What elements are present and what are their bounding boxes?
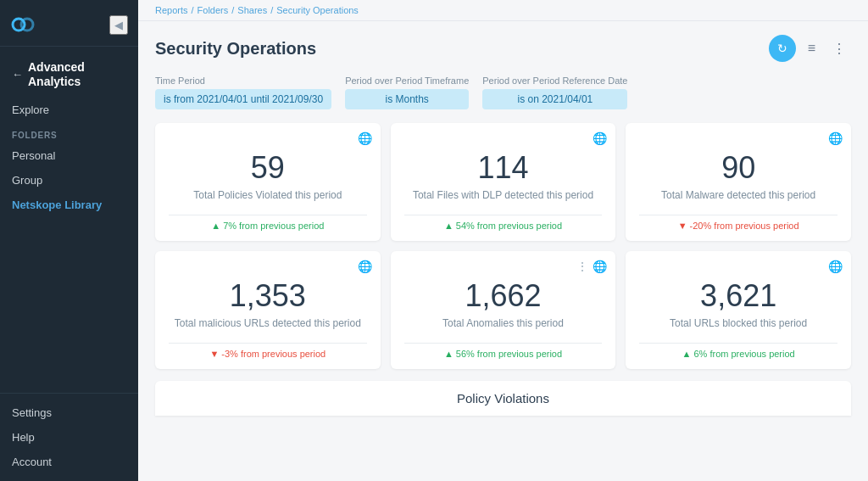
- metric-trend: 54% from previous period: [404, 221, 603, 231]
- personal-nav-item[interactable]: Personal: [0, 143, 138, 168]
- metric-card-5: 🌐 3,621 Total URLs blocked this period 6…: [626, 251, 851, 369]
- settings-label: Settings: [12, 406, 52, 419]
- pop-timeframe-label: Period over Period Timeframe: [345, 76, 469, 86]
- logo-area: [10, 12, 36, 37]
- collapse-button[interactable]: ◀: [109, 15, 128, 35]
- pop-ref-label: Period over Period Reference Date: [482, 76, 627, 86]
- personal-label: Personal: [12, 149, 55, 162]
- metric-trend: 6% from previous period: [639, 349, 837, 359]
- policy-violations-title: Policy Violations: [457, 391, 549, 405]
- breadcrumb-sep2: /: [231, 5, 234, 15]
- more-options-button[interactable]: ⋮: [827, 37, 851, 60]
- time-period-filter: Time Period is from 2021/04/01 until 202…: [155, 76, 331, 109]
- metric-trend: 56% from previous period: [404, 349, 603, 359]
- metric-value: 3,621: [639, 278, 837, 314]
- trend-text: -3% from previous period: [221, 349, 326, 359]
- pop-ref-chip[interactable]: is on 2021/04/01: [482, 89, 627, 109]
- card-divider: [169, 343, 367, 344]
- account-label: Account: [12, 456, 52, 468]
- metric-label: Total Policies Violated this period: [169, 189, 367, 201]
- help-nav-item[interactable]: Help: [0, 425, 138, 450]
- filters-row: Time Period is from 2021/04/01 until 202…: [155, 76, 851, 109]
- settings-nav-item[interactable]: Settings: [0, 400, 138, 425]
- trend-arrow-icon: [209, 349, 219, 359]
- trend-arrow-icon: [678, 221, 687, 231]
- card-globe-icon[interactable]: 🌐: [828, 131, 843, 145]
- pop-timeframe-chip[interactable]: is Months: [345, 89, 469, 109]
- card-divider: [639, 343, 837, 344]
- svg-point-1: [21, 19, 33, 31]
- sidebar: ◀ ← Advanced Analytics Explore FOLDERS P…: [0, 0, 138, 481]
- nav-back-button[interactable]: ← Advanced Analytics: [0, 55, 138, 94]
- metric-label: Total malicious URLs detected this perio…: [169, 317, 367, 329]
- library-nav-item[interactable]: Netskope Library: [0, 193, 138, 217]
- metric-label: Total Files with DLP detected this perio…: [404, 189, 603, 201]
- metric-card-1: 🌐 114 Total Files with DLP detected this…: [391, 123, 616, 241]
- card-divider: [404, 215, 603, 215]
- time-period-chip[interactable]: is from 2021/04/01 until 2021/09/30: [155, 89, 331, 109]
- breadcrumb-security-ops: Security Operations: [276, 5, 359, 15]
- trend-text: 54% from previous period: [456, 221, 562, 231]
- metric-trend: -20% from previous period: [639, 221, 837, 231]
- help-label: Help: [12, 431, 35, 444]
- main-content: Reports / Folders / Shares / Security Op…: [138, 0, 868, 481]
- card-divider: [639, 215, 837, 215]
- card-globe-icon[interactable]: 🌐: [828, 260, 843, 273]
- metric-trend: -3% from previous period: [169, 349, 367, 359]
- breadcrumb-shares[interactable]: Shares: [237, 5, 267, 15]
- trend-arrow-icon: [444, 349, 453, 359]
- card-globe-icon[interactable]: 🌐: [358, 131, 372, 145]
- trend-text: 7% from previous period: [223, 221, 324, 231]
- header-actions: ↻ ≡ ⋮: [769, 35, 851, 62]
- policy-violations-section: Policy Violations: [155, 381, 851, 416]
- metric-card-0: 🌐 59 Total Policies Violated this period…: [155, 123, 381, 241]
- sidebar-header: ◀: [0, 0, 138, 47]
- content-area: Security Operations ↻ ≡ ⋮ Time Period is…: [138, 21, 868, 481]
- group-nav-item[interactable]: Group: [0, 168, 138, 193]
- pop-ref-filter: Period over Period Reference Date is on …: [482, 76, 627, 109]
- metric-card-2: 🌐 90 Total Malware detected this period …: [626, 123, 851, 241]
- filter-button[interactable]: ≡: [803, 37, 821, 59]
- group-label: Group: [12, 174, 42, 187]
- logo-icon: [10, 12, 36, 37]
- card-globe-icon[interactable]: 🌐: [593, 131, 607, 145]
- time-period-label: Time Period: [155, 76, 331, 86]
- account-nav-item[interactable]: Account: [0, 450, 138, 474]
- breadcrumb-reports[interactable]: Reports: [155, 5, 188, 15]
- breadcrumb-folders[interactable]: Folders: [198, 5, 229, 15]
- folders-section-label: FOLDERS: [0, 122, 138, 143]
- card-globe-icon[interactable]: 🌐: [358, 260, 372, 273]
- trend-arrow-icon: [682, 349, 692, 359]
- trend-text: 6% from previous period: [693, 349, 794, 359]
- explore-nav-item[interactable]: Explore: [0, 98, 138, 122]
- library-label: Netskope Library: [12, 199, 102, 211]
- metric-value: 1,353: [169, 278, 367, 314]
- breadcrumb-sep1: /: [192, 5, 194, 15]
- metric-value: 59: [169, 150, 367, 186]
- refresh-button[interactable]: ↻: [769, 35, 796, 62]
- metrics-grid: 🌐 59 Total Policies Violated this period…: [155, 123, 851, 369]
- nav-section: ← Advanced Analytics: [0, 47, 138, 98]
- metric-label: Total Anomalies this period: [404, 317, 603, 329]
- metric-card-3: 🌐 1,353 Total malicious URLs detected th…: [155, 251, 381, 369]
- card-divider: [169, 215, 367, 215]
- card-divider: [404, 343, 603, 344]
- card-menu-icon[interactable]: ⋮: [576, 260, 588, 273]
- metric-value: 114: [404, 150, 603, 186]
- pop-timeframe-filter: Period over Period Timeframe is Months: [345, 76, 469, 109]
- page-header: Security Operations ↻ ≡ ⋮: [155, 35, 851, 62]
- page-title: Security Operations: [155, 39, 316, 59]
- trend-text: 56% from previous period: [456, 349, 562, 359]
- metric-card-4: ⋮ 🌐 1,662 Total Anomalies this period 56…: [391, 251, 616, 369]
- breadcrumb: Reports / Folders / Shares / Security Op…: [138, 0, 868, 21]
- breadcrumb-sep3: /: [270, 5, 273, 15]
- metric-value: 1,662: [404, 278, 603, 314]
- trend-text: -20% from previous period: [690, 221, 799, 231]
- card-globe-icon[interactable]: 🌐: [593, 260, 607, 273]
- advanced-analytics-nav-title: Advanced Analytics: [28, 60, 126, 89]
- metric-trend: 7% from previous period: [169, 221, 367, 231]
- trend-arrow-icon: [211, 221, 220, 231]
- sidebar-bottom: Settings Help Account: [0, 393, 138, 481]
- back-arrow-icon: ←: [12, 68, 23, 81]
- trend-arrow-icon: [444, 221, 453, 231]
